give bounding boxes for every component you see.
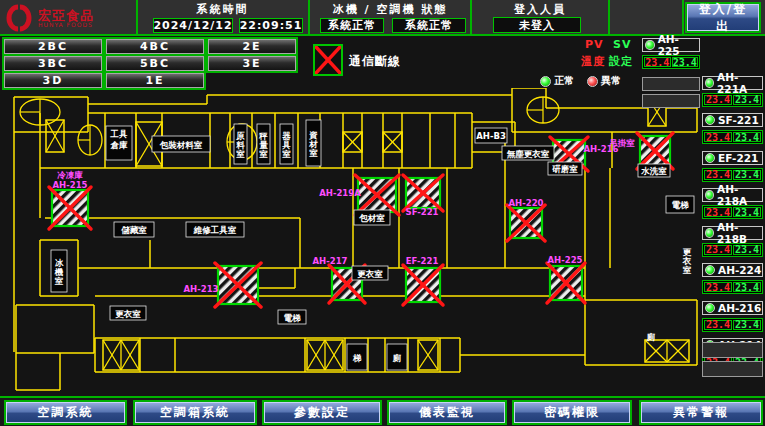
header-divider <box>682 0 684 36</box>
sv-value: 23.4 <box>733 95 761 105</box>
header: 宏亞食品 HUNYA FOODS 系統時間 2024/12/12 22:09:5… <box>0 0 765 36</box>
room-label: 更衣室 <box>682 247 692 275</box>
sv-value: 23.4 <box>733 320 761 330</box>
room-label: 原料室 <box>235 131 245 159</box>
status-led-icon <box>705 153 715 163</box>
system-time-value: 22:09:51 <box>239 18 303 33</box>
floor-button-2e[interactable]: 2E <box>208 39 296 54</box>
room-label: 包材室 <box>358 213 385 223</box>
logo-title: 宏亞食品 <box>38 9 94 22</box>
floorplan-widgets: 工具倉庫包裝材料室AH-B3儲藏室維修工具室包材室無塵更衣室研磨室水洗室電梯更衣… <box>49 120 694 370</box>
header-divider <box>136 0 138 36</box>
floor-button-3e[interactable]: 3E <box>208 56 296 71</box>
equipment-label: 吊掛室 <box>609 138 635 148</box>
status-led-icon <box>705 115 715 125</box>
setpoint-header: 設定 <box>609 54 633 69</box>
legend-abnormal: 異常 <box>587 74 621 88</box>
ahu-status-entry-ah-225[interactable]: AH-225 <box>642 38 700 52</box>
floor-button-5bc[interactable]: 5BC <box>106 56 204 71</box>
floorplan: 工具倉庫包裝材料室AH-B3儲藏室維修工具室包材室無塵更衣室研磨室水洗室電梯更衣… <box>0 88 765 396</box>
room-label: 維修工具室 <box>193 225 237 235</box>
login-user-label: 登入人員 <box>475 2 605 17</box>
ahu-values-ah-218a: 23.423.4 <box>702 205 763 219</box>
floor-button-2bc[interactable]: 2BC <box>4 39 102 54</box>
room-label: 廁 <box>392 353 402 363</box>
room-label: 水洗室 <box>640 166 667 176</box>
ahu-values-ah-216: 23.423.4 <box>702 318 763 332</box>
ahu-values-ah-224: 23.423.4 <box>702 280 763 294</box>
ahu-values-ah-221a: 23.423.4 <box>702 93 763 107</box>
menu-button-3[interactable]: 參數設定 <box>264 402 380 423</box>
room-label: 梯 <box>352 353 362 363</box>
equipment-label: AH-219A <box>319 188 361 198</box>
legend-normal-label: 正常 <box>554 74 574 88</box>
ahu-status-entry-ah-216[interactable]: AH-216 <box>702 301 763 315</box>
status-led-icon <box>645 40 655 50</box>
room-label: 電梯 <box>284 313 302 323</box>
ahu-name-label: AH-218A <box>717 183 762 207</box>
ahu-values-ef-221: 23.423.4 <box>702 168 763 182</box>
pv-header: PV <box>585 38 604 51</box>
ahu-status-entry-sf-221[interactable]: SF-221 <box>702 113 763 127</box>
floor-button-1e[interactable]: 1E <box>106 73 204 88</box>
equipment-label: 冷凍庫AH-215 <box>53 170 88 190</box>
equipment-label: AH-220 <box>509 198 544 208</box>
ahu-status-entry-ah-221a[interactable]: AH-221A <box>702 76 763 90</box>
equipment-label: AH-217 <box>313 256 348 266</box>
room-label: 儲藏室 <box>120 225 147 235</box>
comm-loss-icon <box>313 44 343 76</box>
pv-value: 23.4 <box>704 207 732 217</box>
header-divider <box>470 0 472 36</box>
room-label: 包裝材料室 <box>159 140 203 150</box>
ahu-status-entry-ah-218a[interactable]: AH-218A <box>702 188 763 202</box>
room-label: 資材室 <box>308 130 318 158</box>
ahu-values-sf-221: 23.423.4 <box>702 130 763 144</box>
system-time-label: 系統時間 <box>140 2 305 17</box>
menu-button-6[interactable]: 異常警報 <box>641 402 761 423</box>
empty-slot <box>702 342 763 358</box>
floor-button-3d[interactable]: 3D <box>4 73 102 88</box>
legend-normal: 正常 <box>540 74 574 88</box>
equipment-label: SF-221 <box>406 207 439 217</box>
header-divider <box>608 0 610 36</box>
room-label: 器具室 <box>281 131 291 159</box>
menu-button-2[interactable]: 空調箱系統 <box>135 402 255 423</box>
login-logout-button[interactable]: 登入/登出 <box>687 4 759 31</box>
room-label: 秤量室 <box>258 131 268 159</box>
pv-value: 23.4 <box>704 95 732 105</box>
sv-value: 23.4 <box>733 170 761 180</box>
room-label: 工具倉庫 <box>110 129 129 150</box>
ahu-status-entry-ef-221[interactable]: EF-221 <box>702 151 763 165</box>
legend-abnormal-label: 異常 <box>601 74 621 88</box>
room-label: 廁 <box>646 332 656 342</box>
comm-loss-label: 通信斷線 <box>349 53 401 70</box>
sv-value: 23.4 <box>672 57 699 67</box>
ahu-status-value: 系統正常 <box>392 18 466 33</box>
ahu-status-entry-ah-224[interactable]: AH-224 <box>702 263 763 277</box>
menu-button-4[interactable]: 儀表監視 <box>389 402 505 423</box>
ahu-name-label: EF-221 <box>718 152 758 164</box>
logo-icon <box>4 3 34 33</box>
floor-button-3bc[interactable]: 3BC <box>4 56 102 71</box>
menu-button-5[interactable]: 密碼權限 <box>514 402 630 423</box>
status-led-icon <box>705 190 714 200</box>
logo: 宏亞食品 HUNYA FOODS <box>4 2 134 34</box>
status-led-icon <box>705 228 714 238</box>
room-label: 更衣室 <box>115 309 141 319</box>
room-label: 無塵更衣室 <box>506 149 550 159</box>
header-divider <box>308 0 310 36</box>
ahu-name-label: AH-216 <box>718 302 761 314</box>
floor-button-4bc[interactable]: 4BC <box>106 39 204 54</box>
ahu-status-entry-ah-218b[interactable]: AH-218B <box>702 226 763 240</box>
empty-slot <box>642 77 700 91</box>
menu-button-1[interactable]: 空調系統 <box>6 402 125 423</box>
pv-value: 23.4 <box>644 57 671 67</box>
pv-value: 23.4 <box>704 282 732 292</box>
equipment-label: AH-213 <box>184 284 219 294</box>
ahu-values-ah-218b: 23.423.4 <box>702 243 763 257</box>
ahu-name-label: AH-225 <box>658 33 699 57</box>
equipment-label: EF-221 <box>406 256 439 266</box>
status-led-icon <box>705 78 714 88</box>
pv-value: 23.4 <box>704 132 732 142</box>
pv-value: 23.4 <box>704 320 732 330</box>
